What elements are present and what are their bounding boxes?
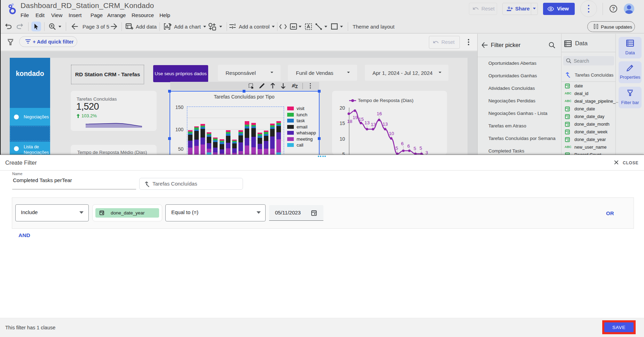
svg-text:Z: Z — [295, 84, 298, 89]
